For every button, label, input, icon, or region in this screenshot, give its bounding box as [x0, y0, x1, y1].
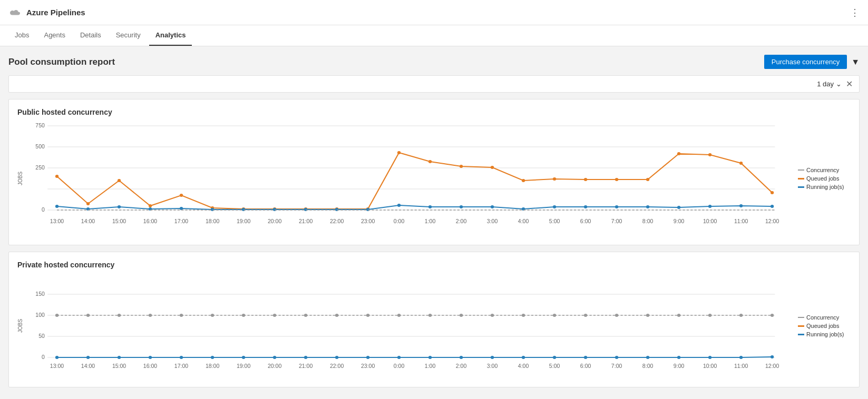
svg-text:11:00: 11:00: [734, 218, 748, 224]
svg-point-76: [646, 205, 649, 208]
svg-point-162: [771, 355, 774, 358]
tab-jobs[interactable]: Jobs: [8, 25, 35, 46]
svg-point-150: [397, 356, 401, 359]
svg-point-148: [335, 356, 338, 359]
svg-text:1:00: 1:00: [425, 363, 436, 369]
svg-point-55: [739, 162, 743, 165]
public-chart-y-label: JOBS: [17, 121, 23, 236]
tab-agents[interactable]: Agents: [37, 25, 71, 46]
svg-text:0:00: 0:00: [394, 363, 405, 369]
svg-text:8:00: 8:00: [642, 363, 654, 369]
svg-point-139: [55, 356, 58, 359]
svg-point-63: [242, 208, 245, 211]
svg-text:22:00: 22:00: [330, 363, 344, 369]
svg-point-46: [460, 165, 463, 168]
svg-point-132: [584, 314, 587, 317]
svg-point-144: [211, 356, 214, 359]
filter-close-button[interactable]: ✕: [846, 79, 853, 89]
private-legend-queued-label: Queued jobs: [806, 323, 839, 329]
svg-point-131: [553, 314, 556, 317]
private-chart-container: JOBS 150 100 50 0 13:00 14:00 15:00: [17, 273, 851, 378]
svg-point-59: [118, 205, 121, 208]
svg-point-156: [584, 356, 587, 359]
svg-text:150: 150: [35, 291, 45, 297]
svg-text:20:00: 20:00: [268, 218, 282, 224]
svg-text:11:00: 11:00: [734, 363, 748, 369]
svg-point-153: [491, 356, 494, 359]
svg-point-74: [584, 205, 587, 208]
svg-text:3:00: 3:00: [487, 218, 498, 224]
tab-details[interactable]: Details: [74, 25, 108, 46]
private-chart-y-label: JOBS: [17, 273, 23, 378]
svg-point-154: [522, 356, 525, 359]
svg-text:4:00: 4:00: [518, 363, 529, 369]
svg-text:6:00: 6:00: [580, 363, 591, 369]
svg-text:0:00: 0:00: [394, 218, 405, 224]
svg-text:17:00: 17:00: [174, 363, 189, 369]
legend-queued: Queued jobs: [798, 175, 851, 182]
svg-text:6:00: 6:00: [580, 218, 591, 224]
svg-text:4:00: 4:00: [518, 218, 529, 224]
top-bar: Azure Pipelines ⋮: [0, 0, 868, 25]
legend-concurrency-label: Concurrency: [806, 167, 839, 173]
svg-point-137: [739, 314, 743, 317]
legend-queued-label: Queued jobs: [806, 175, 839, 182]
more-options-icon[interactable]: ⋮: [850, 7, 860, 18]
public-chart-area: 750 500 250 0 13:00 14:00 15:00 16:00 17…: [25, 121, 792, 236]
svg-point-78: [708, 205, 711, 208]
public-chart-container: JOBS 750 500 250 0 13:00 14:00: [17, 121, 851, 236]
svg-point-53: [677, 152, 680, 155]
svg-text:7:00: 7:00: [611, 218, 622, 224]
svg-text:23:00: 23:00: [361, 218, 375, 224]
legend-concurrency: Concurrency: [798, 167, 851, 173]
svg-point-44: [397, 151, 401, 154]
svg-point-138: [771, 314, 774, 317]
day-select[interactable]: 1 day ⌄: [817, 80, 842, 88]
public-chart-section: Public hosted concurrency JOBS 750 500 2…: [8, 99, 860, 245]
svg-point-145: [242, 356, 245, 359]
cloud-icon: [8, 6, 21, 19]
svg-point-116: [86, 314, 90, 317]
svg-point-121: [242, 314, 245, 317]
svg-text:12:00: 12:00: [765, 218, 779, 224]
private-legend-running-label: Running job(s): [806, 331, 844, 337]
svg-point-147: [304, 356, 307, 359]
svg-point-37: [180, 194, 183, 197]
tab-security[interactable]: Security: [110, 25, 147, 46]
svg-point-157: [615, 356, 618, 359]
private-chart-area: 150 100 50 0 13:00 14:00 15:00 16:00 17:…: [25, 273, 792, 378]
svg-point-35: [118, 179, 121, 182]
purchase-concurrency-button[interactable]: Purchase concurrency: [764, 55, 847, 69]
svg-text:1:00: 1:00: [425, 218, 436, 224]
svg-point-119: [180, 314, 183, 317]
svg-text:3:00: 3:00: [487, 363, 498, 369]
svg-point-75: [615, 205, 618, 208]
svg-text:5:00: 5:00: [549, 218, 560, 224]
page-header: Pool consumption report Purchase concurr…: [8, 55, 860, 69]
svg-point-50: [584, 178, 587, 181]
svg-text:17:00: 17:00: [174, 218, 189, 224]
svg-text:0: 0: [42, 207, 45, 213]
tab-analytics[interactable]: Analytics: [149, 25, 192, 46]
svg-point-124: [335, 314, 338, 317]
filter-icon[interactable]: ▼: [851, 57, 860, 67]
top-bar-right: ⋮: [850, 7, 860, 18]
svg-point-158: [646, 356, 649, 359]
svg-text:9:00: 9:00: [674, 363, 685, 369]
legend-queued-color: [798, 178, 804, 179]
svg-text:2:00: 2:00: [456, 363, 467, 369]
filter-bar: 1 day ⌄ ✕: [8, 75, 860, 93]
private-legend-running: Running job(s): [798, 331, 851, 337]
svg-text:15:00: 15:00: [112, 218, 126, 224]
svg-text:16:00: 16:00: [143, 218, 158, 224]
legend-running-color: [798, 186, 804, 188]
private-chart-title: Private hosted concurrency: [17, 261, 851, 269]
svg-text:10:00: 10:00: [703, 218, 717, 224]
private-chart-section: Private hosted concurrency JOBS 150 100 …: [8, 252, 860, 387]
svg-point-159: [677, 356, 680, 359]
svg-text:100: 100: [35, 312, 45, 318]
svg-text:7:00: 7:00: [611, 363, 622, 369]
legend-running: Running job(s): [798, 184, 851, 190]
private-legend-concurrency-color: [798, 317, 804, 318]
nav-bar: Jobs Agents Details Security Analytics: [0, 25, 868, 46]
